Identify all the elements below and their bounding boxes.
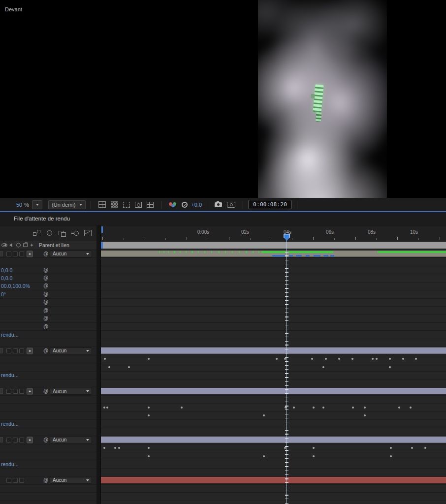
- keyframe-dot[interactable]: [118, 447, 120, 449]
- layer-switch-icon[interactable]: [27, 347, 33, 354]
- parent-pickwhip-icon[interactable]: [43, 389, 48, 394]
- keyframe-dot[interactable]: [128, 366, 130, 368]
- resolution-dropdown[interactable]: (Un demi): [48, 200, 86, 209]
- layer-switch[interactable]: [6, 348, 11, 353]
- layer-switch[interactable]: [19, 348, 24, 353]
- render-property-label[interactable]: rendu...: [1, 332, 19, 338]
- comp-in-marker[interactable]: [101, 226, 103, 233]
- zoom-value[interactable]: 50: [16, 202, 22, 208]
- keyframe-dot[interactable]: [390, 455, 392, 457]
- keyframe-dot[interactable]: [104, 358, 106, 360]
- property-pickwhip-icon[interactable]: [43, 324, 48, 329]
- parent-pickwhip-icon[interactable]: [43, 478, 48, 483]
- keyframe-dot[interactable]: [364, 414, 366, 416]
- solo-column-icon[interactable]: [16, 243, 21, 248]
- keyframe-dot[interactable]: [148, 407, 150, 409]
- render-property-label[interactable]: rendu...: [1, 372, 19, 378]
- mask-visibility-icon[interactable]: [135, 202, 142, 208]
- property-pickwhip-icon[interactable]: [43, 292, 48, 297]
- time-ruler[interactable]: 0:00s 02s 04s 06s 08s 10s 12s 14s 16s: [101, 225, 446, 241]
- keyframe-dot[interactable]: [415, 358, 417, 360]
- guides-icon[interactable]: [147, 202, 154, 208]
- render-property-label[interactable]: rendu...: [1, 421, 19, 427]
- region-of-interest-icon[interactable]: [123, 202, 130, 208]
- layer-switch[interactable]: [13, 348, 18, 353]
- exposure-shutter-icon[interactable]: [182, 202, 188, 208]
- keyframe-dot[interactable]: [313, 455, 315, 457]
- parent-link-dropdown[interactable]: Aucun: [50, 347, 92, 354]
- keyframe-dot[interactable]: [372, 358, 374, 360]
- keyframe-dot[interactable]: [351, 358, 353, 360]
- property-pickwhip-icon[interactable]: [43, 308, 48, 313]
- keyframe-dot[interactable]: [389, 366, 391, 368]
- property-value[interactable]: 0,0.0: [1, 267, 12, 273]
- property-pickwhip-icon[interactable]: [43, 284, 48, 288]
- keyframe-dot[interactable]: [313, 447, 315, 449]
- parent-pickwhip-icon[interactable]: [43, 348, 48, 353]
- keyframe-dot[interactable]: [114, 447, 116, 449]
- layer-switch[interactable]: [19, 438, 24, 442]
- transparency-grid-icon[interactable]: [111, 201, 118, 208]
- keyframe-dot[interactable]: [325, 358, 327, 360]
- parent-link-dropdown[interactable]: Aucun: [50, 388, 92, 395]
- keyframe-dot[interactable]: [398, 407, 400, 409]
- layer-switch[interactable]: [13, 252, 18, 256]
- show-snapshot-icon[interactable]: [227, 202, 235, 208]
- render-property-label[interactable]: rendu...: [1, 461, 19, 467]
- graph-editor-icon[interactable]: [84, 230, 92, 236]
- keyframe-dot[interactable]: [276, 358, 278, 360]
- layer-switch[interactable]: [13, 389, 18, 394]
- shy-layers-icon[interactable]: [46, 230, 53, 236]
- keyframe-dot[interactable]: [108, 366, 110, 368]
- keyframe-dot[interactable]: [148, 358, 150, 360]
- keyframe-dot[interactable]: [311, 358, 313, 360]
- keyframe-dot[interactable]: [352, 407, 354, 409]
- property-pickwhip-icon[interactable]: [43, 300, 48, 305]
- property-value[interactable]: 0°: [1, 291, 6, 297]
- layer-duration-bar[interactable]: [101, 437, 446, 443]
- keyframe-dot[interactable]: [322, 366, 324, 368]
- work-area-bar[interactable]: [101, 242, 446, 249]
- keyframe-dot[interactable]: [106, 407, 108, 409]
- parent-pickwhip-icon[interactable]: [43, 438, 48, 442]
- audio-column-icon[interactable]: [9, 243, 12, 247]
- keyframe-dot[interactable]: [410, 407, 412, 409]
- lock-column-icon[interactable]: [23, 244, 28, 247]
- layer-duration-bar[interactable]: [101, 388, 446, 394]
- keyframe-dot[interactable]: [322, 407, 324, 409]
- parent-link-dropdown[interactable]: Aucun: [50, 477, 92, 484]
- layer-switch[interactable]: [6, 438, 11, 442]
- layer-switch[interactable]: [6, 389, 11, 394]
- keyframe-dot[interactable]: [364, 407, 366, 409]
- keyframe-dot[interactable]: [284, 447, 286, 449]
- layer-color-swatch[interactable]: [0, 348, 3, 353]
- keyframe-dot[interactable]: [338, 358, 340, 360]
- layer-switch[interactable]: [19, 478, 24, 483]
- layer-switch[interactable]: [13, 438, 18, 442]
- keyframe-dot[interactable]: [148, 414, 150, 416]
- color-management-icon[interactable]: [169, 202, 177, 207]
- take-snapshot-icon[interactable]: [215, 202, 222, 207]
- layer-switch[interactable]: [13, 478, 18, 483]
- keyframe-dot[interactable]: [411, 447, 413, 449]
- video-column-icon[interactable]: [1, 243, 7, 247]
- layer-color-swatch[interactable]: [0, 437, 3, 442]
- keyframe-dot[interactable]: [390, 447, 392, 449]
- motion-blur-icon[interactable]: [71, 230, 79, 236]
- keyframe-dot[interactable]: [284, 358, 286, 360]
- layer-duration-bar[interactable]: [101, 347, 446, 354]
- label-column-icon[interactable]: [30, 244, 33, 247]
- layer-color-swatch[interactable]: [0, 388, 3, 394]
- keyframe-dot[interactable]: [389, 358, 391, 360]
- keyframe-dot[interactable]: [263, 455, 265, 457]
- property-value[interactable]: 00.0,100.0%: [1, 283, 30, 289]
- comp-mini-flowchart-icon[interactable]: [33, 230, 40, 236]
- exposure-value[interactable]: +0.0: [191, 202, 202, 208]
- keyframe-dot[interactable]: [181, 407, 183, 409]
- zoom-dropdown-button[interactable]: [32, 200, 42, 209]
- keyframe-dot[interactable]: [148, 455, 150, 457]
- keyframe-dot[interactable]: [293, 407, 295, 409]
- keyframe-dot[interactable]: [313, 407, 315, 409]
- layer-switch[interactable]: [19, 252, 24, 256]
- keyframe-dot[interactable]: [103, 447, 105, 449]
